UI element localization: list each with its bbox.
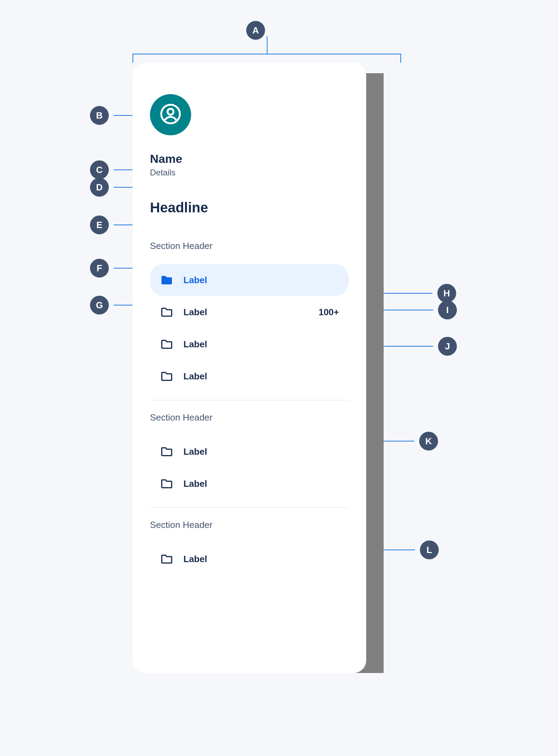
- annotation-badge-k: K: [419, 432, 438, 451]
- nav-item-badge: 100+: [318, 307, 339, 318]
- annotation-badge-j: J: [438, 337, 457, 356]
- section-header: Section Header: [150, 520, 349, 530]
- section-divider: [150, 400, 349, 400]
- user-icon: [159, 103, 182, 127]
- nav-item[interactable]: Label: [150, 360, 349, 392]
- nav-item[interactable]: Label: [150, 436, 349, 468]
- folder-icon: [160, 369, 174, 383]
- folder-icon: [160, 337, 174, 351]
- profile-details: Details: [150, 168, 349, 177]
- anatomy-diagram: A B C D E F G H I J K L: [0, 0, 558, 756]
- annotation-badge-f: F: [90, 259, 109, 278]
- annotation-badge-a: A: [246, 21, 265, 40]
- annotation-badge-e: E: [90, 216, 109, 234]
- annotation-badge-g: G: [90, 296, 109, 315]
- drawer-container: Name Details Headline Section Header Lab…: [133, 63, 384, 673]
- nav-item-label: Label: [183, 275, 207, 286]
- nav-item-label: Label: [183, 307, 207, 318]
- bracket-a: [133, 54, 401, 63]
- annotation-badge-c: C: [90, 160, 109, 179]
- annotation-badge-l: L: [420, 540, 439, 559]
- annotation-badge-b: B: [90, 106, 109, 125]
- nav-item[interactable]: Label: [150, 468, 349, 500]
- svg-point-1: [167, 109, 173, 115]
- nav-item[interactable]: Label: [150, 543, 349, 575]
- avatar: [150, 94, 191, 135]
- profile-name: Name: [150, 152, 349, 166]
- nav-item-label: Label: [183, 554, 207, 565]
- annotation-badge-h: H: [437, 284, 456, 303]
- annotation-badge-i: I: [438, 301, 457, 319]
- folder-icon: [160, 305, 174, 319]
- nav-item-label: Label: [183, 339, 207, 350]
- drawer-headline: Headline: [150, 200, 349, 216]
- folder-icon: [160, 445, 174, 459]
- nav-item[interactable]: Label: [150, 328, 349, 360]
- folder-icon: [160, 273, 174, 287]
- section-divider: [150, 507, 349, 508]
- nav-item-label: Label: [183, 446, 207, 457]
- nav-item-label: Label: [183, 371, 207, 382]
- nav-item-label: Label: [183, 478, 207, 489]
- nav-item[interactable]: Label: [150, 264, 349, 296]
- folder-icon: [160, 552, 174, 566]
- section-header: Section Header: [150, 241, 349, 251]
- section-header: Section Header: [150, 412, 349, 423]
- navigation-drawer: Name Details Headline Section Header Lab…: [133, 63, 366, 673]
- nav-item[interactable]: Label 100+: [150, 296, 349, 328]
- annotation-badge-d: D: [90, 178, 109, 197]
- folder-icon: [160, 477, 174, 491]
